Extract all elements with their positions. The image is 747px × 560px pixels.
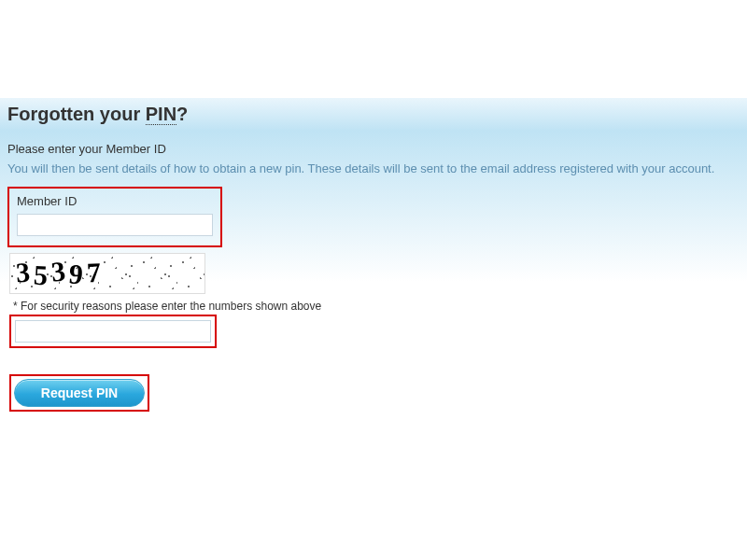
- member-id-label: Member ID: [17, 194, 213, 208]
- content-area: Please enter your Member ID You will the…: [0, 131, 747, 467]
- captcha-image: 3 5 3 9 7: [9, 253, 205, 294]
- title-suffix: ?: [176, 104, 188, 124]
- info-text: You will then be sent details of how to …: [7, 161, 740, 175]
- page-title: Forgotten your PIN?: [7, 104, 740, 125]
- page-header: Forgotten your PIN?: [0, 98, 747, 131]
- captcha-note: * For security reasons please enter the …: [13, 300, 740, 313]
- captcha-digits: 3 5 3 9 7: [10, 254, 204, 293]
- title-pin: PIN: [146, 104, 176, 125]
- request-pin-button[interactable]: Request PIN: [14, 379, 145, 407]
- captcha-input[interactable]: [15, 320, 211, 343]
- member-id-input[interactable]: [17, 214, 213, 236]
- captcha-input-group: [9, 315, 217, 348]
- member-id-group: Member ID: [7, 187, 222, 247]
- title-prefix: Forgotten your: [7, 104, 146, 124]
- subheading: Please enter your Member ID: [7, 142, 740, 156]
- captcha-digit: 3: [49, 255, 66, 287]
- captcha-digit: 3: [15, 257, 31, 289]
- captcha-digit: 5: [33, 259, 49, 292]
- captcha-digit: 9: [67, 258, 84, 290]
- captcha-digit: 7: [86, 257, 102, 289]
- submit-group: Request PIN: [9, 374, 149, 412]
